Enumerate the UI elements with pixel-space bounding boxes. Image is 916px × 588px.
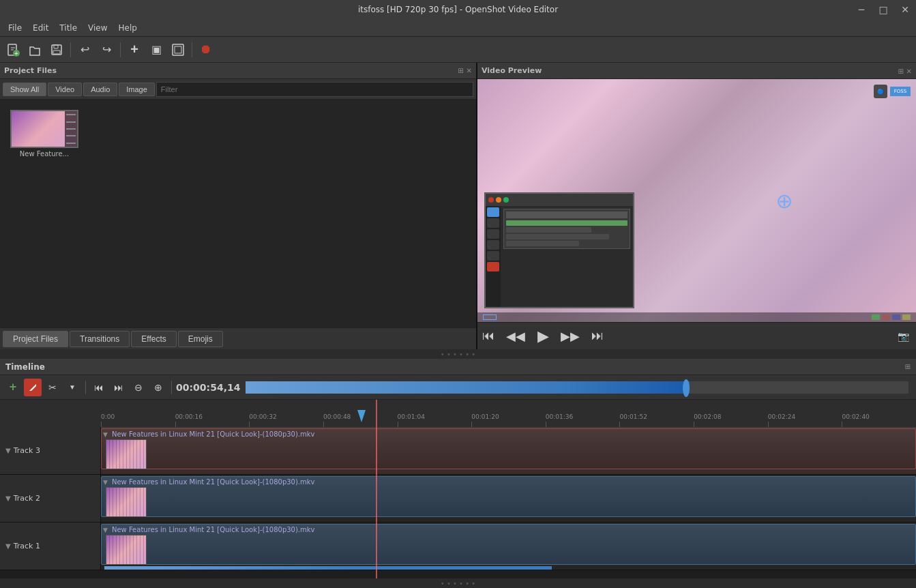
ruler-mark-7: 00:01:52 bbox=[619, 413, 694, 427]
timeline-progress-bar[interactable] bbox=[245, 381, 909, 394]
ruler-mark-1: 00:00:16 bbox=[175, 413, 250, 427]
zoom-in-button[interactable]: ⊕ bbox=[149, 379, 167, 396]
menu-help[interactable]: Help bbox=[113, 22, 143, 34]
track-1-name: Track 1 bbox=[14, 542, 40, 550]
timeline-ruler: 0:00 00:00:16 00:00:32 00:00:48 bbox=[0, 400, 916, 427]
ruler-mark-2: 00:00:32 bbox=[249, 413, 323, 427]
video-preview-title: Video Preview bbox=[482, 66, 542, 75]
redo-button[interactable]: ↪ bbox=[96, 40, 117, 60]
timeline-header: Timeline ⊞ bbox=[0, 359, 916, 375]
panel-expand-icon[interactable]: ⊞ bbox=[898, 68, 903, 75]
ruler-mark-8: 00:02:08 bbox=[694, 413, 768, 427]
timeline-expand-icon[interactable]: ⊞ bbox=[905, 363, 911, 370]
timeline-title: Timeline bbox=[5, 362, 45, 372]
video-preview-area: ⊕ 🔵 FOSS bbox=[477, 79, 916, 322]
file-area: New Feature... bbox=[0, 100, 476, 327]
add-track-button[interactable]: + bbox=[4, 379, 22, 396]
screenshot-button[interactable]: 📷 bbox=[898, 331, 909, 342]
right-panel-header: Video Preview ⊞ ✕ bbox=[477, 63, 916, 79]
rewind-button[interactable]: ◀◀ bbox=[505, 325, 527, 347]
track-2-clip[interactable]: ▼ New Features in Linux Mint 21 [Quick L… bbox=[101, 476, 916, 517]
bottom-tabs: Project Files Transitions Effects Emojis bbox=[0, 327, 476, 349]
filter-dropdown-button[interactable]: ▼ bbox=[63, 379, 81, 396]
window-controls: ─ □ ✕ bbox=[851, 0, 916, 19]
file-thumbnail bbox=[10, 110, 78, 148]
cut-button[interactable]: ✂ bbox=[44, 379, 61, 396]
track-3-content[interactable]: ▼ New Features in Linux Mint 21 [Quick L… bbox=[101, 427, 916, 474]
ruler-mark-4: 00:01:04 bbox=[398, 413, 472, 427]
window-title: itsfoss [HD 720p 30 fps] - OpenShot Vide… bbox=[358, 5, 558, 14]
timeline-content: ▼ Track 3 ▼ New Features in Linux Mint 2… bbox=[0, 427, 916, 578]
export-button[interactable] bbox=[168, 40, 188, 60]
maximize-button[interactable]: □ bbox=[872, 0, 894, 19]
timeline-section: Timeline ⊞ + ✂ ▼ ⏮ ⏭ ⊖ ⊕ 00:00:54,14 bbox=[0, 359, 916, 578]
track-1-clip[interactable]: ▼ New Features in Linux Mint 21 [Quick L… bbox=[101, 524, 916, 565]
svg-text:+: + bbox=[14, 50, 18, 57]
tab-transitions[interactable]: Transitions bbox=[70, 331, 130, 347]
top-panels: Project Files ⊞ ✕ Show All Video Audio I… bbox=[0, 63, 916, 349]
save-project-button[interactable] bbox=[46, 40, 67, 60]
timeline-time-display: 00:00:54,14 bbox=[176, 382, 240, 393]
filter-input[interactable] bbox=[156, 82, 473, 97]
left-panel-title: Project Files bbox=[4, 66, 57, 75]
tab-video[interactable]: Video bbox=[48, 83, 82, 96]
tab-project-files[interactable]: Project Files bbox=[3, 331, 68, 347]
razor-tool-button[interactable] bbox=[24, 379, 42, 396]
jump-start-button[interactable]: ⏮ bbox=[90, 379, 108, 396]
timeline-header-icons: ⊞ bbox=[905, 363, 911, 370]
tab-image[interactable]: Image bbox=[119, 83, 155, 96]
undo-button[interactable]: ↩ bbox=[74, 40, 95, 60]
list-item[interactable]: New Feature... bbox=[10, 110, 78, 158]
panel-close-icon-right[interactable]: ✕ bbox=[906, 68, 912, 75]
timeline-progress-fill bbox=[246, 381, 690, 394]
file-name: New Feature... bbox=[20, 150, 69, 158]
ruler-mark-6: 00:01:36 bbox=[546, 413, 620, 427]
close-button[interactable]: ✕ bbox=[894, 0, 916, 19]
left-panel-icons: ⊞ ✕ bbox=[458, 67, 472, 74]
skip-to-start-button[interactable]: ⏮ bbox=[477, 325, 499, 347]
menu-edit[interactable]: Edit bbox=[27, 22, 54, 34]
table-row: ▼ Track 3 ▼ New Features in Linux Mint 2… bbox=[0, 427, 916, 475]
minimize-button[interactable]: ─ bbox=[851, 0, 872, 19]
table-row: ▼ Track 2 ▼ New Features in Linux Mint 2… bbox=[0, 475, 916, 523]
jump-end-button[interactable]: ⏭ bbox=[110, 379, 128, 396]
fast-forward-button[interactable]: ▶▶ bbox=[559, 325, 581, 347]
track-2-thumbnail bbox=[106, 487, 147, 517]
open-project-button[interactable] bbox=[25, 40, 45, 60]
tab-emojis[interactable]: Emojis bbox=[178, 331, 223, 347]
track-1-content[interactable]: ▼ New Features in Linux Mint 21 [Quick L… bbox=[101, 523, 916, 570]
track-3-clip-title: New Features in Linux Mint 21 [Quick Loo… bbox=[109, 429, 318, 439]
toolbar-separator bbox=[70, 42, 71, 57]
track-2-content[interactable]: ▼ New Features in Linux Mint 21 [Quick L… bbox=[101, 475, 916, 522]
panel-close-icon[interactable]: ✕ bbox=[467, 67, 472, 74]
svg-rect-6 bbox=[173, 44, 183, 55]
skip-to-end-button[interactable]: ⏭ bbox=[587, 325, 608, 347]
right-panel-icons: ⊞ ✕ bbox=[898, 66, 912, 76]
tab-effects[interactable]: Effects bbox=[131, 331, 176, 347]
zoom-out-button[interactable]: ⊖ bbox=[130, 379, 147, 396]
add-clip-button[interactable]: + bbox=[124, 40, 145, 60]
menu-title[interactable]: Title bbox=[54, 22, 83, 34]
tab-show-all[interactable]: Show All bbox=[3, 83, 46, 96]
track-3-collapse-icon[interactable]: ▼ bbox=[5, 447, 11, 454]
track-2-collapse-icon[interactable]: ▼ bbox=[5, 495, 11, 502]
track-1-collapse-icon[interactable]: ▼ bbox=[5, 542, 11, 550]
new-project-button[interactable]: + bbox=[3, 40, 23, 60]
track-1-progress bbox=[104, 566, 552, 570]
record-button[interactable]: ⏺ bbox=[196, 40, 216, 60]
play-pause-button[interactable]: ▶ bbox=[532, 325, 554, 347]
filter-tabs: Show All Video Audio Image bbox=[0, 79, 476, 100]
right-panel: Video Preview ⊞ ✕ bbox=[477, 63, 916, 349]
ruler-mark-0: 0:00 bbox=[101, 413, 175, 427]
menu-file[interactable]: File bbox=[3, 22, 27, 34]
film-strip-overlay bbox=[65, 111, 77, 147]
tl-separator bbox=[85, 381, 86, 394]
track-2-label: ▼ Track 2 bbox=[0, 475, 101, 522]
menu-view[interactable]: View bbox=[83, 22, 113, 34]
preview-button[interactable]: ▣ bbox=[146, 40, 166, 60]
panel-grid-icon[interactable]: ⊞ bbox=[458, 67, 463, 74]
track-3-clip[interactable]: ▼ New Features in Linux Mint 21 [Quick L… bbox=[101, 428, 916, 469]
track-3-label: ▼ Track 3 bbox=[0, 427, 101, 474]
track-1-clip-title: New Features in Linux Mint 21 [Quick Loo… bbox=[109, 525, 318, 535]
tab-audio[interactable]: Audio bbox=[83, 83, 117, 96]
